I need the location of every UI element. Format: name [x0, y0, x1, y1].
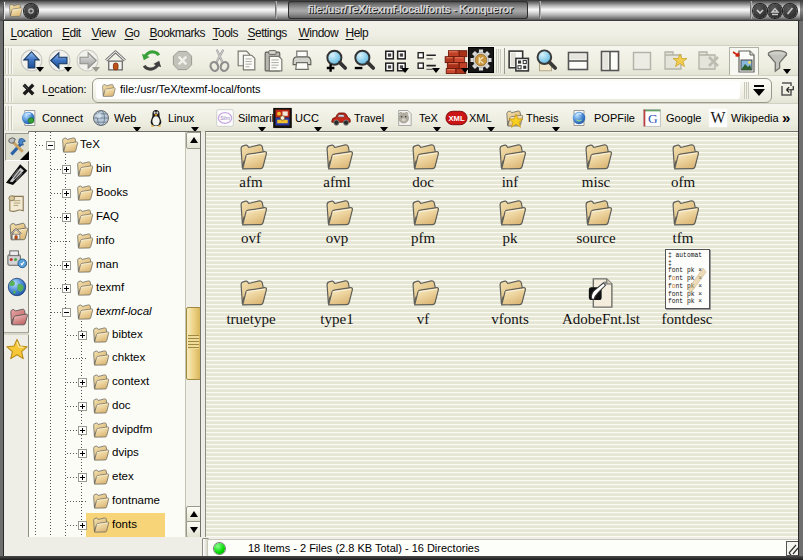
svg-text:XML: XML	[448, 114, 464, 123]
svg-text:Silm: Silm	[220, 115, 230, 121]
svg-text:G: G	[648, 111, 658, 126]
svg-text:W: W	[711, 109, 726, 126]
